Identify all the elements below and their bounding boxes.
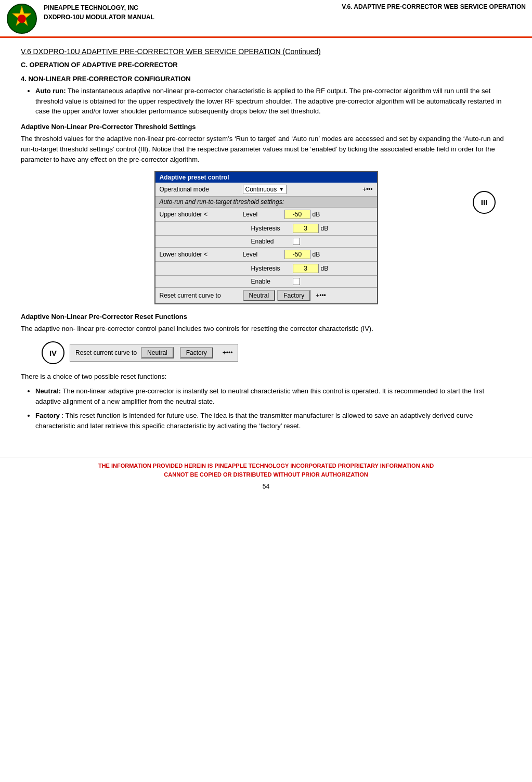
- upper-hysteresis-unit: dB: [321, 225, 329, 232]
- op-mode-dropdown[interactable]: Continuous ▼: [243, 185, 287, 194]
- svg-point-2: [18, 15, 26, 23]
- op-mode-value: Continuous: [245, 186, 277, 193]
- reset-choice-para: There is a choice of two possible reset …: [21, 371, 511, 382]
- upper-level-value[interactable]: -50: [284, 210, 310, 219]
- upper-hysteresis-row: Hysteresis 3 dB: [155, 222, 377, 236]
- bullet-auto-run-label: Auto run:: [35, 87, 66, 95]
- upper-enabled-checkbox[interactable]: [293, 238, 300, 245]
- lower-hysteresis-unit: dB: [321, 265, 329, 272]
- bullet-factory: Factory : This reset function is intende…: [35, 411, 511, 431]
- reset-strip: Reset current curve to Neutral Factory +…: [70, 344, 238, 362]
- strip-dots: +•••: [223, 349, 233, 356]
- factory-button-strip[interactable]: Factory: [180, 347, 213, 358]
- footer-line1: THE INFORMATION PROVIDED HEREIN IS PINEA…: [21, 461, 511, 470]
- dropdown-arrow: ▼: [279, 186, 284, 192]
- neutral-button-panel[interactable]: Neutral: [243, 290, 276, 301]
- panel-container-III: Adaptive preset control Operational mode…: [21, 171, 511, 304]
- upper-level-label: Level: [243, 211, 284, 218]
- panel-dots-top: +•••: [362, 186, 373, 193]
- upper-hysteresis-label: Hysteresis: [251, 225, 293, 232]
- panel-dots-reset: +•••: [316, 292, 326, 299]
- subsection-c: C. OPERATION OF ADAPTIVE PRE-CORRECTOR: [21, 61, 511, 69]
- footer-line2: CANNOT BE COPIED OR DISTRIBUTED WITHOUT …: [21, 470, 511, 479]
- section-continued: (Continued): [283, 47, 321, 56]
- bullet-factory-label: Factory: [35, 412, 60, 419]
- factory-button-panel[interactable]: Factory: [277, 290, 310, 301]
- bullet-neutral-text: The non-linear adaptive pre-corrector is…: [35, 387, 484, 405]
- panel-title-bar: Adaptive preset control: [155, 172, 377, 183]
- bullet-factory-text: : This reset function is intended for fu…: [35, 412, 473, 430]
- lower-level-label: Level: [243, 251, 284, 258]
- bullet-list-bottom: Neutral: The non-linear adaptive pre-cor…: [35, 386, 511, 431]
- callout-IV: IV: [42, 341, 64, 364]
- bullet-auto-run-text: The instantaneous adaptive non-linear pr…: [35, 87, 501, 115]
- company-logo: [6, 3, 37, 34]
- lower-level-unit: dB: [313, 251, 320, 258]
- page-number: 54: [0, 483, 532, 490]
- bullet-neutral: Neutral: The non-linear adaptive pre-cor…: [35, 386, 511, 406]
- bullet-auto-run: Auto run: The instantaneous adaptive non…: [35, 86, 511, 117]
- reset-title: Adaptive Non-Linear Pre-Corrector Reset …: [21, 313, 511, 321]
- company-name: PINEAPPLE TECHNOLOGY, INC DXDPRO-10U MOD…: [44, 3, 342, 22]
- section-title: V.6 DXDPRO-10U ADAPTIVE PRE-CORRECTOR WE…: [21, 47, 511, 56]
- bullet-neutral-label: Neutral:: [35, 387, 61, 395]
- upper-shoulder-row: Upper shoulder < Level -50 dB: [155, 208, 377, 222]
- lower-enable-checkbox[interactable]: [293, 278, 300, 285]
- chapter-title: V.6. ADAPTIVE PRE-CORRECTOR WEB SERVICE …: [342, 3, 526, 10]
- subsection-4: 4. NON-LINEAR PRE-CORRECTOR CONFIGURATIO…: [21, 75, 511, 83]
- reset-para: The adaptive non- linear pre-corrector c…: [21, 324, 511, 334]
- lower-hysteresis-value[interactable]: 3: [293, 264, 319, 273]
- page-content: V.6 DXDPRO-10U ADAPTIVE PRE-CORRECTOR WE…: [0, 38, 532, 446]
- operational-mode-row: Operational mode Continuous ▼ +•••: [155, 183, 377, 197]
- header: PINEAPPLE TECHNOLOGY, INC DXDPRO-10U MOD…: [0, 0, 532, 38]
- lower-shoulder-row: Lower shoulder < Level -50 dB: [155, 248, 377, 262]
- threshold-header: Auto-run and run-to-target threshold set…: [155, 197, 377, 208]
- threshold-title: Adaptive Non-Linear Pre-Corrector Thresh…: [21, 123, 511, 131]
- op-mode-label: Operational mode: [160, 186, 243, 193]
- lower-enable-label: Enable: [251, 278, 293, 285]
- neutral-button-strip[interactable]: Neutral: [141, 347, 174, 358]
- reset-label: Reset current curve to: [160, 292, 243, 299]
- lower-level-value[interactable]: -50: [284, 250, 310, 259]
- threshold-para: The threshold values for the adaptive no…: [21, 134, 511, 165]
- upper-hysteresis-value[interactable]: 3: [293, 224, 319, 233]
- reset-strip-label: Reset current curve to: [75, 349, 137, 356]
- footer: THE INFORMATION PROVIDED HEREIN IS PINEA…: [0, 457, 532, 481]
- lower-hysteresis-label: Hysteresis: [251, 265, 293, 272]
- lower-hysteresis-row: Hysteresis 3 dB: [155, 262, 377, 276]
- adaptive-panel: Adaptive preset control Operational mode…: [154, 171, 378, 304]
- upper-shoulder-label: Upper shoulder <: [160, 211, 243, 218]
- callout-III: III: [473, 191, 496, 214]
- upper-enabled-row: Enabled: [155, 236, 377, 248]
- upper-enabled-label: Enabled: [251, 238, 293, 245]
- upper-level-unit: dB: [313, 211, 320, 218]
- lower-enable-row: Enable: [155, 276, 377, 288]
- reset-row: Reset current curve to Neutral Factory +…: [155, 288, 377, 303]
- lower-shoulder-label: Lower shoulder <: [160, 251, 243, 258]
- bullet-list-top: Auto run: The instantaneous adaptive non…: [35, 86, 511, 117]
- reset-strip-container: IV Reset current curve to Neutral Factor…: [42, 341, 511, 364]
